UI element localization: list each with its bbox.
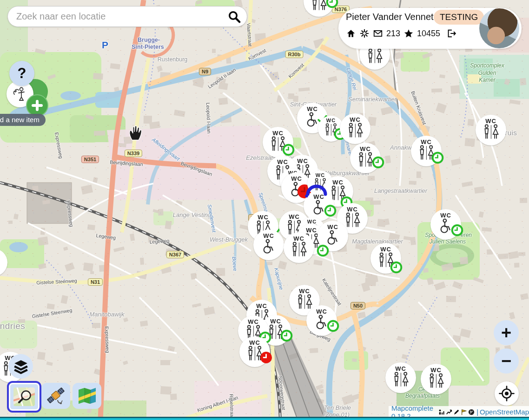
marker-wc-label: WC: [263, 233, 274, 239]
map-label: West-Bruggek: [210, 236, 248, 243]
layers-button[interactable]: [8, 354, 33, 379]
wheelchair-icon: [325, 230, 341, 251]
messages-count: 213: [386, 29, 400, 39]
map-label: Kamer: [479, 77, 495, 83]
messages-icon[interactable]: [373, 28, 383, 39]
search-input[interactable]: [8, 11, 227, 22]
marker-wc-label: WC: [306, 227, 317, 233]
avatar[interactable]: [479, 8, 519, 48]
community-flag-icon[interactable]: [461, 409, 467, 415]
zoom-out-button[interactable]: −: [494, 348, 519, 374]
toilet-figures-icon: [356, 152, 375, 173]
chart-icon[interactable]: [446, 409, 452, 415]
marker-wc-label: WC: [347, 206, 358, 212]
marker-wc-label: WC: [277, 159, 288, 165]
osm-map-thumbnail: [13, 387, 35, 406]
toilet-marker[interactable]: WC: [306, 305, 337, 336]
marker-wc-label: WC: [440, 212, 451, 218]
mapstyle-satellite-button[interactable]: [41, 383, 70, 409]
pencil-icon[interactable]: [453, 409, 460, 415]
marker-wc-label: WC: [313, 194, 324, 200]
marker-wc-label: WC: [272, 130, 284, 136]
marker-wc-label: WC: [316, 308, 327, 315]
toilet-figures-icon: [245, 346, 264, 367]
marker-wc-label: WC: [380, 246, 391, 252]
marker-wc-label: WC: [297, 158, 308, 164]
home-icon[interactable]: [346, 28, 356, 39]
help-button[interactable]: ?: [9, 61, 34, 86]
map-label: Ten Briele: [324, 404, 351, 411]
toilet-marker[interactable]: WC: [263, 127, 293, 158]
satellite-icon: [46, 386, 66, 406]
map-label: Rustenburg: [158, 56, 188, 63]
marker-wc-label: WC: [291, 176, 302, 182]
map-canvas[interactable]: RustenburgBrugge-Sint-PietersSint-Gillis…: [0, 0, 529, 420]
map-label: Boeve: [231, 256, 238, 271]
toilet-marker[interactable]: WC: [370, 243, 401, 274]
folded-map-icon: [77, 387, 97, 405]
hand-cursor-icon: [128, 125, 143, 142]
marker-wc-label: WC: [395, 366, 406, 372]
map-label: Seminariekwartier: [348, 96, 397, 103]
stars-count: 10455: [417, 29, 440, 39]
plus-icon: [31, 99, 43, 112]
marker-wc-label: WC: [248, 319, 259, 325]
toilet-marker[interactable]: WC: [284, 232, 314, 263]
road-shield: N339: [125, 150, 142, 157]
road-shield: R30b: [285, 51, 304, 58]
toilet-marker[interactable]: WC: [430, 209, 461, 240]
marker-wc-label: WC: [485, 118, 496, 124]
toilet-figures-icon: [269, 136, 288, 158]
search-bar[interactable]: [7, 6, 247, 27]
crosshair-icon: [498, 385, 515, 402]
marker-wc-label: WC: [316, 173, 325, 178]
wheelchair-icon: [289, 182, 304, 203]
star-icon: [403, 28, 414, 39]
toilet-marker[interactable]: WC: [476, 115, 506, 145]
toilet-marker[interactable]: WC: [340, 113, 370, 144]
wheelchair-icon: [314, 315, 330, 336]
road-shield: N351: [81, 156, 99, 163]
map-label: Sportcomplex: [470, 62, 504, 69]
marker-wc-label: WC: [332, 179, 344, 185]
toilet-figures-icon: [310, 0, 329, 17]
marker-wc-label: WC: [430, 367, 442, 373]
toilet-figures-icon: [323, 123, 339, 142]
marker-wc-label: WC: [299, 288, 310, 294]
zoom-in-button[interactable]: +: [494, 320, 519, 345]
toilet-marker[interactable]: WC: [253, 230, 284, 260]
statistics-icon[interactable]: [438, 409, 445, 415]
map-label: eren: [461, 232, 472, 238]
mapstyle-osm-button[interactable]: [7, 381, 41, 413]
geolocate-button[interactable]: [495, 381, 519, 406]
toilet-marker[interactable]: WC: [304, 190, 334, 221]
gear-icon[interactable]: [359, 28, 370, 39]
osm-copyright-icon[interactable]: [468, 409, 475, 415]
user-panel: Pieter Vander Vennet TESTING 213 10455: [338, 8, 522, 49]
attribution-bar: Mapcomplete 0.18.2 | OpenStreetMap: [389, 406, 529, 418]
marker-wc-label: WC: [249, 340, 260, 346]
search-icon[interactable]: [227, 10, 241, 24]
testing-badge: TESTING: [434, 10, 484, 25]
marker-wc-label: WC: [360, 146, 371, 152]
toilet-marker[interactable]: WC: [239, 336, 270, 367]
road-shield: N9: [199, 68, 211, 75]
toilet-marker[interactable]: WC: [385, 362, 416, 393]
marker-wc-label: WC: [289, 214, 300, 220]
logout-icon[interactable]: [446, 28, 456, 39]
add-new-item-button[interactable]: [26, 94, 48, 117]
toilet-figures-icon: [346, 123, 365, 144]
toilet-marker[interactable]: WC: [411, 136, 442, 166]
marker-wc-label: WC: [350, 117, 361, 123]
toilet-marker[interactable]: WC: [421, 364, 451, 394]
osm-link[interactable]: OpenStreetMap: [480, 408, 529, 416]
toilet-marker[interactable]: WC: [317, 221, 348, 251]
map-label: Rijselstraat: [229, 394, 235, 418]
toilet-marker[interactable]: WC: [350, 143, 381, 173]
bottom-accent-line2: [0, 418, 529, 420]
mapstyle-map-button[interactable]: [73, 383, 101, 409]
map-label: Leopold I-laan: [205, 103, 212, 134]
layers-icon: [13, 359, 29, 374]
mapcomplete-app: RustenburgBrugge-Sint-PietersSint-Gillis…: [0, 0, 529, 420]
person-wrench-icon: [11, 85, 29, 103]
